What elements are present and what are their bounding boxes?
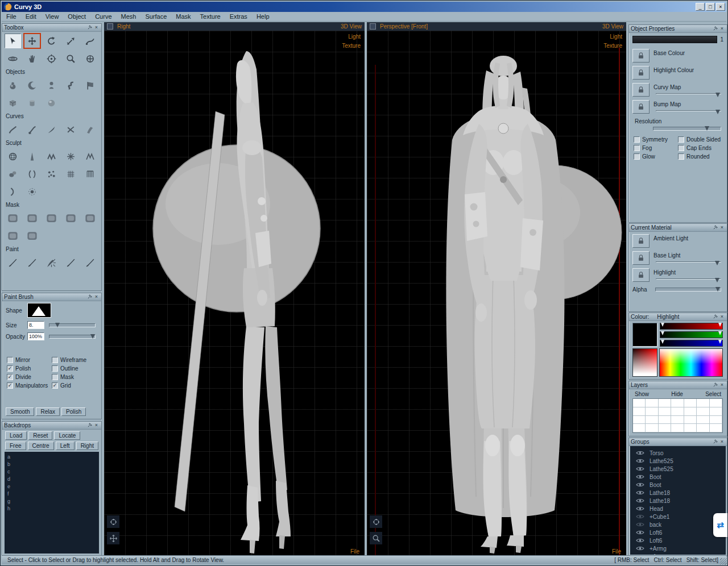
brush-stroke-icon[interactable] [82,255,98,270]
paintbrush-checkbox-mirror[interactable]: Mirror [7,357,52,363]
bump-map-swatch[interactable] [632,100,650,114]
highlight-slider[interactable] [656,278,721,280]
zigzag-icon[interactable] [43,149,60,164]
backdrop-slot-e[interactable]: e [7,483,96,490]
layer-cell[interactable] [684,416,697,424]
select-arrow-icon[interactable] [5,34,21,48]
visibility-eye-icon[interactable] [636,546,645,551]
group-name[interactable]: Lathe18 [650,490,670,496]
group-name[interactable]: Boot [650,482,661,488]
file-menu-label[interactable]: File [612,548,621,555]
viewport-right-canvas[interactable]: Light Texture File [104,31,365,556]
cube-icon[interactable] [5,95,21,110]
layer-cell[interactable] [697,424,709,432]
layer-cell[interactable] [659,399,671,407]
mask-soft-icon[interactable] [82,211,98,226]
menu-edit[interactable]: Edit [21,13,41,20]
layer-cell[interactable] [684,407,697,416]
blue-channel-slider[interactable] [660,340,723,347]
paintbrush-checkbox-outline[interactable]: Outline [52,365,97,372]
layer-cell[interactable] [697,416,709,424]
window-resize-grip[interactable] [720,558,727,565]
visibility-eye-icon[interactable] [636,466,645,472]
group-name[interactable]: Torso [650,450,663,456]
visibility-eye-icon[interactable] [636,482,645,488]
transform-tool-icon[interactable] [82,34,98,48]
mask-soft-icon[interactable] [5,211,21,226]
visibility-eye-icon[interactable] [636,514,645,519]
highlight-swatch[interactable] [632,268,650,282]
layer-cell[interactable] [646,416,658,424]
group-name[interactable]: +Cube1 [650,514,669,520]
objectprop-checkbox-symmetry[interactable]: Symmetry [634,136,678,143]
menu-curve[interactable]: Curve [90,13,116,20]
layer-cell[interactable] [697,407,709,416]
ridge-icon[interactable] [82,149,98,164]
objectprop-checkbox-double-sided[interactable]: Double Sided [678,136,722,143]
layer-cell[interactable] [646,407,658,416]
zoom-tool-icon[interactable] [63,51,79,66]
panel-pin-icon[interactable] [713,314,719,320]
dot-icon[interactable] [24,184,40,199]
layer-cell[interactable] [633,416,646,424]
layer-cell[interactable] [659,407,671,416]
red-channel-slider[interactable] [660,323,723,330]
shear-tool-icon[interactable] [63,34,79,48]
layer-cell[interactable] [671,416,684,424]
layer-cell[interactable] [710,407,722,416]
layer-cell[interactable] [671,399,684,407]
base-light-slider[interactable] [656,261,721,263]
orbit-tool-icon[interactable] [5,51,21,66]
menu-help[interactable]: Help [252,13,274,20]
menu-mask[interactable]: Mask [171,13,195,20]
brush-stroke-icon[interactable] [63,255,79,270]
menu-surface[interactable]: Surface [140,13,171,20]
brush-shape-preview[interactable] [27,303,51,318]
menu-file[interactable]: File [2,13,21,20]
close-button[interactable]: × [716,3,725,11]
opacity-field[interactable]: 100% [27,332,44,340]
layer-cell[interactable] [633,399,646,407]
backdrop-right-button[interactable]: Right [76,442,98,450]
focus-target-icon[interactable] [43,51,60,66]
comb-icon[interactable] [82,167,98,181]
visibility-eye-icon[interactable] [636,474,645,480]
backdrop-left-button[interactable]: Left [56,442,75,450]
curve-taper-icon[interactable] [43,122,60,137]
viewport-perspective-canvas[interactable]: Light Texture File [367,31,626,556]
paintbrush-smooth-button[interactable]: Smooth [6,407,34,416]
backdrop-slot-f[interactable]: f [7,490,96,498]
restore-button[interactable]: □ [706,3,715,11]
panel-pin-icon[interactable] [713,224,719,231]
group-name[interactable]: Lathe525 [650,466,673,472]
panel-close-icon[interactable]: × [93,422,100,428]
split-icon[interactable] [24,167,40,181]
layer-cell[interactable] [710,399,722,407]
crackle-icon[interactable] [63,149,79,164]
menu-mesh[interactable]: Mesh [117,13,141,20]
s-curve-icon[interactable] [63,78,79,93]
curvy-map-swatch[interactable] [632,83,650,97]
backdrop-slot-c[interactable]: c [7,468,96,476]
view-mode-toggle[interactable]: 3D View [602,23,623,30]
curvy-map-slider[interactable] [656,93,721,94]
paintbrush-checkbox-grid[interactable]: ✓Grid [52,382,97,389]
backdrop-slot-h[interactable]: h [7,505,96,513]
remote-access-widget[interactable]: ⇄ [713,513,727,537]
brush-star-icon[interactable] [43,255,60,270]
sphere-grid-icon[interactable] [5,149,21,164]
layer-cell[interactable] [684,424,697,432]
objectprop-checkbox-rounded[interactable]: Rounded [678,153,722,160]
layers-col-hide[interactable]: Hide [671,391,683,397]
layers-col-select[interactable]: Select [705,391,721,397]
objectprop-checkbox-glow[interactable]: Glow [634,153,678,160]
panel-close-icon[interactable]: × [719,439,725,445]
layer-cell[interactable] [710,416,722,424]
backdrop-centre-button[interactable]: Centre [28,442,54,450]
layer-cell[interactable] [659,424,671,432]
net-icon[interactable] [63,167,79,181]
pawn-icon[interactable] [43,78,60,93]
group-name[interactable]: back [650,522,661,528]
arc-icon[interactable] [5,184,21,199]
backdrop-slot-g[interactable]: g [7,498,96,505]
